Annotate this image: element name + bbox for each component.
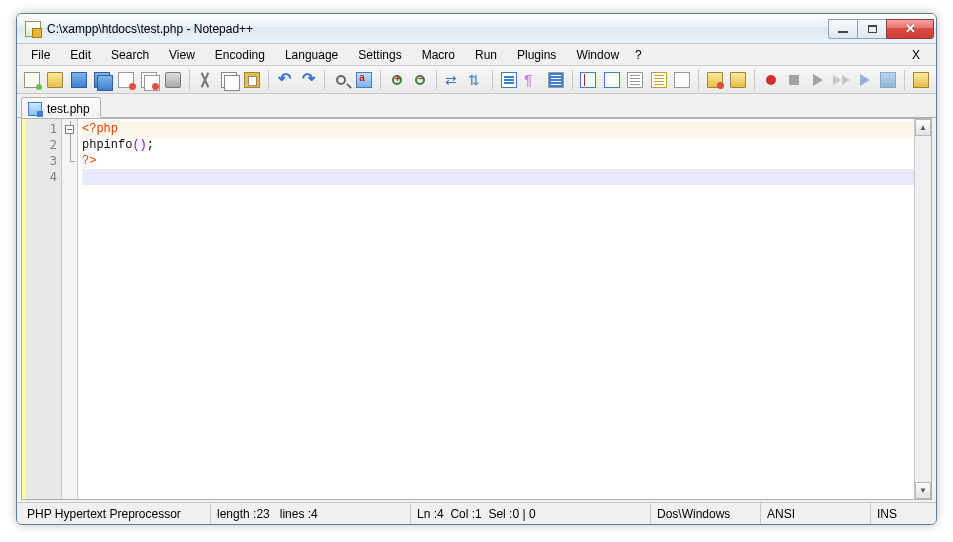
fold-marker[interactable] xyxy=(62,137,77,153)
save-button[interactable] xyxy=(68,69,90,91)
folder-button[interactable] xyxy=(672,69,694,91)
menu-plugins[interactable]: Plugins xyxy=(507,46,566,64)
fold-marker[interactable] xyxy=(62,153,77,169)
menu-edit[interactable]: Edit xyxy=(60,46,101,64)
fold-marker[interactable]: − xyxy=(62,121,77,137)
toolbar-separator xyxy=(324,70,325,90)
sync-h-button[interactable]: ⇅ xyxy=(466,69,488,91)
macro-play-rec-button[interactable] xyxy=(854,69,876,91)
stop-icon xyxy=(789,75,799,85)
macro-play-button[interactable] xyxy=(807,69,829,91)
replace-button[interactable] xyxy=(354,69,376,91)
close-file-button[interactable] xyxy=(115,69,137,91)
code-line[interactable]: <?php xyxy=(82,121,914,137)
status-encoding[interactable]: ANSI xyxy=(761,503,871,524)
vertical-scrollbar[interactable]: ▲ ▼ xyxy=(914,119,931,499)
menu-close-doc[interactable]: X xyxy=(900,46,932,64)
fold-marker[interactable] xyxy=(62,169,77,185)
func-list-button[interactable] xyxy=(648,69,670,91)
macro-stop-button[interactable] xyxy=(784,69,806,91)
menu-settings[interactable]: Settings xyxy=(348,46,411,64)
wordwrap-button[interactable] xyxy=(498,69,520,91)
menu-window[interactable]: Window xyxy=(566,46,629,64)
toolbar-separator xyxy=(572,70,573,90)
code-line[interactable]: phpinfo(); xyxy=(82,137,914,153)
zoom-out-icon xyxy=(415,75,425,85)
doc-map-button[interactable] xyxy=(601,69,623,91)
copy-button[interactable] xyxy=(218,69,240,91)
code-line[interactable] xyxy=(82,169,914,185)
save-all-button[interactable] xyxy=(92,69,114,91)
menu-encoding[interactable]: Encoding xyxy=(205,46,275,64)
pilcrow-icon: ¶ xyxy=(524,72,540,88)
tabbar: test.php xyxy=(17,94,936,118)
close-button[interactable]: ✕ xyxy=(886,19,934,39)
status-insert-mode[interactable]: INS xyxy=(871,503,932,524)
doc-list-button[interactable] xyxy=(625,69,647,91)
replace-icon xyxy=(356,72,372,88)
play-icon xyxy=(813,74,823,86)
macro-play-multi-button[interactable] xyxy=(831,69,853,91)
macro-save-button[interactable] xyxy=(878,69,900,91)
macro-record-button[interactable] xyxy=(760,69,782,91)
find-button[interactable] xyxy=(330,69,352,91)
cut-icon xyxy=(197,72,213,88)
menu-language[interactable]: Language xyxy=(275,46,348,64)
show-all-chars-button[interactable]: ¶ xyxy=(522,69,544,91)
menu-run[interactable]: Run xyxy=(465,46,507,64)
paste-button[interactable] xyxy=(242,69,264,91)
titlebar: C:\xampp\htdocs\test.php - Notepad++ ✕ xyxy=(17,14,936,44)
user-language-icon xyxy=(580,72,596,88)
sync-vertical-icon: ⇄ xyxy=(445,72,461,88)
save-all-icon xyxy=(94,72,110,88)
folder-plain-button[interactable] xyxy=(728,69,750,91)
tab-test-php[interactable]: test.php xyxy=(21,97,101,118)
line-number: 4 xyxy=(26,169,57,185)
app-window: C:\xampp\htdocs\test.php - Notepad++ ✕ F… xyxy=(16,13,937,525)
new-button[interactable] xyxy=(21,69,43,91)
redo-button[interactable]: ↷ xyxy=(298,69,320,91)
open-folder-icon xyxy=(47,72,63,88)
menu-view[interactable]: View xyxy=(159,46,205,64)
maximize-button[interactable] xyxy=(857,19,887,39)
indent-guide-button[interactable] xyxy=(545,69,567,91)
scroll-up-button[interactable]: ▲ xyxy=(915,119,931,136)
zoom-in-button[interactable] xyxy=(386,69,408,91)
print-button[interactable] xyxy=(162,69,184,91)
function-list-icon xyxy=(651,72,667,88)
status-position: Ln : 4 Col : 1 Sel : 0 | 0 xyxy=(411,503,651,524)
folder-red-button[interactable] xyxy=(704,69,726,91)
sync-v-button[interactable]: ⇄ xyxy=(442,69,464,91)
close-all-icon xyxy=(141,72,157,88)
user-lang-button[interactable] xyxy=(578,69,600,91)
minimize-button[interactable] xyxy=(828,19,858,39)
doc-list-icon xyxy=(627,72,643,88)
toolbar-separator xyxy=(904,70,905,90)
menu-macro[interactable]: Macro xyxy=(412,46,465,64)
scroll-down-button[interactable]: ▼ xyxy=(915,482,931,499)
line-number: 1 xyxy=(26,121,57,137)
status-length: length : 23 lines : 4 xyxy=(211,503,411,524)
zoom-out-button[interactable] xyxy=(410,69,432,91)
play-multi-icon xyxy=(833,75,850,85)
sync-horizontal-icon: ⇅ xyxy=(468,72,484,88)
code-area[interactable]: <?phpphpinfo();?> xyxy=(78,119,914,499)
line-number: 3 xyxy=(26,153,57,169)
status-eol[interactable]: Dos\Windows xyxy=(651,503,761,524)
window-controls: ✕ xyxy=(829,19,934,39)
scroll-track[interactable] xyxy=(915,136,931,482)
toolbar-separator xyxy=(698,70,699,90)
save-macro-icon xyxy=(880,72,896,88)
folder-icon xyxy=(730,72,746,88)
cut-button[interactable] xyxy=(195,69,217,91)
open-button[interactable] xyxy=(45,69,67,91)
menu-search[interactable]: Search xyxy=(101,46,159,64)
undo-button[interactable]: ↶ xyxy=(274,69,296,91)
line-number-gutter: 1234 xyxy=(26,119,62,499)
monitor-button[interactable] xyxy=(910,69,932,91)
menu-help[interactable]: ? xyxy=(629,46,648,64)
code-line[interactable]: ?> xyxy=(82,153,914,169)
file-icon xyxy=(28,102,42,116)
close-all-button[interactable] xyxy=(139,69,161,91)
menu-file[interactable]: File xyxy=(21,46,60,64)
